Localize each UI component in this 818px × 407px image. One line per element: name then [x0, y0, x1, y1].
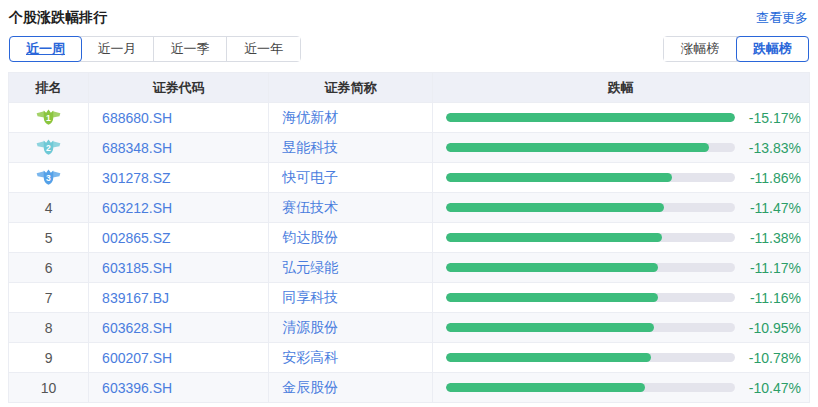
drop-percent-value: -10.95%: [735, 320, 803, 336]
rank-number: 8: [45, 320, 53, 336]
stock-name-link[interactable]: 海优新材: [282, 109, 338, 125]
drop-percent-value: -11.47%: [735, 200, 803, 216]
drop-percent-value: -15.17%: [735, 110, 803, 126]
drop-bar-fill: [446, 173, 672, 182]
stock-name-link[interactable]: 昱能科技: [282, 139, 338, 155]
stock-code-link[interactable]: 603628.SH: [102, 320, 172, 336]
header-name: 证券简称: [269, 73, 432, 103]
stock-name-link[interactable]: 同享科技: [282, 289, 338, 305]
stock-name-link[interactable]: 安彩高科: [282, 349, 338, 365]
view-more-link[interactable]: 查看更多: [756, 9, 808, 27]
header-rank: 排名: [9, 73, 89, 103]
tab-gainers-board[interactable]: 涨幅榜: [664, 37, 737, 61]
rank-number: 4: [45, 200, 53, 216]
stock-code-link[interactable]: 301278.SZ: [102, 170, 171, 186]
drop-percent-value: -13.83%: [735, 140, 803, 156]
drop-bar-track: [446, 263, 735, 272]
table-row[interactable]: 6 603185.SH 弘元绿能 -11.17%: [9, 253, 810, 283]
drop-bar-fill: [446, 353, 651, 362]
drop-percent-value: -11.16%: [735, 290, 803, 306]
stock-name-link[interactable]: 弘元绿能: [282, 259, 338, 275]
tab-last-month[interactable]: 近一月: [81, 37, 154, 61]
svg-text:2: 2: [46, 143, 51, 153]
stock-code-link[interactable]: 688680.SH: [102, 110, 172, 126]
drop-bar-track: [446, 113, 735, 122]
table-row[interactable]: 1 688680.SH 海优新材 -15.17%: [9, 103, 810, 133]
rank-medal-icon: 3: [36, 168, 61, 187]
drop-bar-fill: [446, 323, 655, 332]
stock-code-link[interactable]: 839167.BJ: [102, 290, 169, 306]
rank-number: 10: [41, 380, 57, 396]
stock-code-link[interactable]: 603212.SH: [102, 200, 172, 216]
tab-last-quarter[interactable]: 近一季: [154, 37, 227, 61]
drop-percent-value: -11.17%: [735, 260, 803, 276]
drop-bar-track: [446, 383, 735, 392]
rank-medal-icon: 1: [36, 108, 61, 127]
drop-bar-fill: [446, 263, 659, 272]
drop-bar-track: [446, 233, 735, 242]
table-row[interactable]: 4 603212.SH 赛伍技术 -11.47%: [9, 193, 810, 223]
drop-bar-track: [446, 323, 735, 332]
page-title: 个股涨跌幅排行: [9, 9, 107, 27]
stock-code-link[interactable]: 603185.SH: [102, 260, 172, 276]
drop-bar-fill: [446, 293, 659, 302]
stock-name-link[interactable]: 钧达股份: [282, 229, 338, 245]
stock-code-link[interactable]: 688348.SH: [102, 140, 172, 156]
ranking-table-body: 1 688680.SH 海优新材 -15.17% 2: [9, 103, 810, 403]
drop-bar-fill: [446, 233, 663, 242]
table-row[interactable]: 3 301278.SZ 快可电子 -11.86%: [9, 163, 810, 193]
table-row[interactable]: 9 600207.SH 安彩高科 -10.78%: [9, 343, 810, 373]
stock-name-link[interactable]: 快可电子: [282, 169, 338, 185]
drop-percent-value: -10.78%: [735, 350, 803, 366]
drop-percent-value: -11.86%: [735, 170, 803, 186]
rank-number: 9: [45, 350, 53, 366]
drop-bar-track: [446, 143, 735, 152]
stock-code-link[interactable]: 600207.SH: [102, 350, 172, 366]
rank-medal-icon: 2: [36, 138, 61, 157]
svg-text:3: 3: [46, 173, 51, 183]
drop-bar-fill: [446, 203, 664, 212]
tab-last-week[interactable]: 近一周: [9, 36, 82, 62]
drop-percent-value: -10.47%: [735, 380, 803, 396]
table-row[interactable]: 2 688348.SH 昱能科技 -13.83%: [9, 133, 810, 163]
drop-bar-track: [446, 203, 735, 212]
drop-bar-fill: [446, 143, 710, 152]
tab-last-year[interactable]: 近一年: [227, 37, 300, 61]
drop-bar-fill: [446, 383, 645, 392]
tab-losers-board[interactable]: 跌幅榜: [736, 36, 809, 62]
header-code: 证券代码: [89, 73, 269, 103]
toolbar: 近一周 近一月 近一季 近一年 涨幅榜 跌幅榜: [9, 36, 809, 62]
rank-number: 6: [45, 260, 53, 276]
table-row[interactable]: 10 603396.SH 金辰股份 -10.47%: [9, 373, 810, 403]
rank-number: 5: [45, 230, 53, 246]
drop-percent-value: -11.38%: [735, 230, 803, 246]
table-row[interactable]: 7 839167.BJ 同享科技 -11.16%: [9, 283, 810, 313]
board-tab-group: 涨幅榜 跌幅榜: [663, 36, 809, 62]
rank-number: 7: [45, 290, 53, 306]
stock-code-link[interactable]: 002865.SZ: [102, 230, 171, 246]
drop-bar-fill: [446, 113, 735, 122]
header-bar: 个股涨跌幅排行 查看更多: [0, 0, 818, 27]
stock-name-link[interactable]: 清源股份: [282, 319, 338, 335]
table-row[interactable]: 8 603628.SH 清源股份 -10.95%: [9, 313, 810, 343]
drop-bar-track: [446, 353, 735, 362]
stock-name-link[interactable]: 金辰股份: [282, 379, 338, 395]
stock-name-link[interactable]: 赛伍技术: [282, 199, 338, 215]
table-header-row: 排名 证券代码 证券简称 跌幅: [9, 73, 810, 103]
header-drop: 跌幅: [432, 73, 809, 103]
drop-bar-track: [446, 173, 735, 182]
table-row[interactable]: 5 002865.SZ 钧达股份 -11.38%: [9, 223, 810, 253]
ranking-table: 排名 证券代码 证券简称 跌幅 1 688680.SH 海优新材: [8, 72, 810, 403]
svg-text:1: 1: [46, 113, 51, 123]
stock-code-link[interactable]: 603396.SH: [102, 380, 172, 396]
period-tab-group: 近一周 近一月 近一季 近一年: [9, 36, 301, 62]
drop-bar-track: [446, 293, 735, 302]
